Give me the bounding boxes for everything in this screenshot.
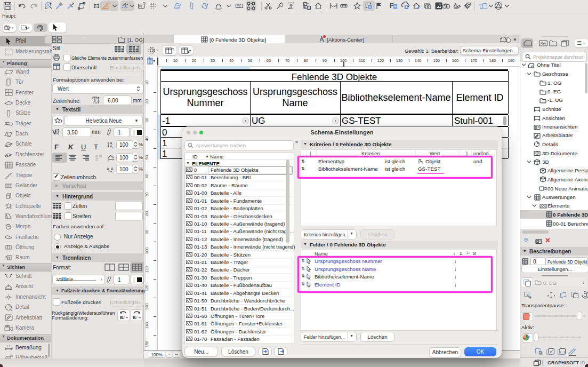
svg-text:A: A [111,167,114,171]
svg-text:/: / [135,315,138,320]
svg-text:1 2: 1 2 [237,5,241,8]
svg-text:A: A [107,167,109,171]
svg-text:i: i [447,5,447,9]
svg-text:A: A [110,145,112,148]
svg-text:F: F [390,2,393,10]
svg-text:1.2: 1.2 [10,355,13,357]
svg-text:1.2: 1.2 [6,345,10,348]
svg-text:/: / [123,315,125,320]
svg-text:F1: F1 [139,5,142,8]
